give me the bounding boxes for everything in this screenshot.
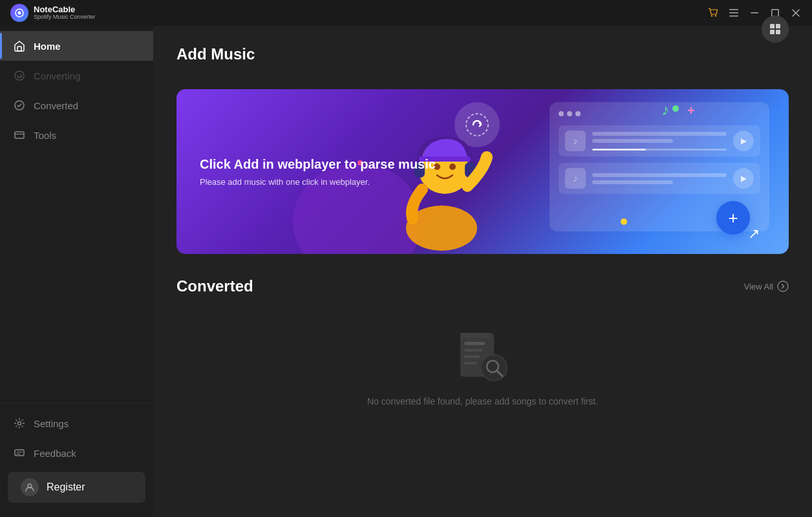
app-body: Home Converting [0,26,812,517]
titlebar: NoteCable Spotify Music Converter [0,0,812,26]
app-logo: NoteCable Spotify Music Converter [10,4,96,22]
svg-rect-35 [464,355,480,358]
progress-fill-1 [592,149,646,151]
svg-rect-33 [464,342,485,345]
sidebar-bottom: Settings Feedback Regi [0,403,153,512]
player-dots [559,111,760,116]
app-name-block: NoteCable Spotify Music Converter [34,5,96,21]
track-line-short-2 [592,180,673,184]
logo-icon [10,4,28,22]
svg-rect-5 [729,12,738,14]
main-content: Add Music ♪ + Click Add [153,26,812,517]
view-all-label: View All [744,282,773,291]
track-item-1: ♪ ▶ [559,125,760,156]
sidebar-converted-label: Converted [34,100,78,111]
sidebar-settings-label: Settings [34,418,69,429]
track-item-2: ♪ ▶ [559,163,760,194]
svg-rect-21 [770,30,775,34]
svg-point-3 [715,15,716,16]
empty-state: No converted file found, please add song… [176,308,789,419]
add-button[interactable]: + [716,201,750,235]
tools-icon [13,129,26,142]
close-button[interactable] [790,7,802,19]
banner-title: Click Add in webplayer to parse music [200,157,436,172]
banner-subtitle: Please add music with one click in webpl… [200,177,436,187]
view-all-button[interactable]: View All [744,280,789,292]
svg-point-1 [18,12,21,15]
empty-state-text: No converted file found, please add song… [367,396,598,406]
track-lines-1 [592,132,727,151]
track-line-short-1 [592,139,673,143]
nav-section: Home Converting [0,31,153,403]
cart-button[interactable] [707,7,719,19]
converted-section-header: Converted View All [176,277,789,295]
sidebar-item-converted[interactable]: Converted [0,90,153,120]
add-music-title: Add Music [176,45,255,63]
sidebar-home-label: Home [34,41,61,52]
sidebar-item-tools[interactable]: Tools [0,120,153,150]
sidebar-item-settings[interactable]: Settings [0,408,153,438]
minimize-button[interactable] [749,7,760,19]
svg-rect-19 [770,26,775,28]
play-button-1[interactable]: ▶ [733,131,754,151]
sidebar-item-converting: Converting [0,61,153,90]
svg-rect-20 [776,26,780,28]
svg-rect-11 [17,47,21,51]
player-tracks: ♪ ▶ ♪ [559,125,760,194]
svg-rect-7 [751,12,758,14]
cursor-icon: ↗ [748,226,760,242]
svg-rect-17 [15,450,24,456]
svg-rect-36 [464,362,477,364]
track-line-full-2 [592,173,727,177]
banner: ♪ + Click Add in webplayer to parse musi… [176,89,789,254]
sidebar: Home Converting [0,26,153,517]
sidebar-item-feedback[interactable]: Feedback [0,438,153,468]
converting-icon [13,69,26,82]
app-subtitle: Spotify Music Converter [34,14,96,21]
banner-content: Click Add in webplayer to parse music Pl… [176,136,459,207]
svg-rect-6 [729,16,738,17]
sidebar-feedback-label: Feedback [34,448,76,459]
track-lines-2 [592,173,727,184]
sidebar-tools-label: Tools [34,130,56,141]
converted-title: Converted [176,277,253,295]
svg-rect-14 [15,132,24,138]
window-controls [707,7,802,19]
home-icon [13,39,26,52]
track-thumb-2: ♪ [565,168,586,189]
svg-point-31 [778,281,788,291]
register-button[interactable]: Register [8,472,145,503]
svg-rect-34 [464,349,482,352]
svg-point-2 [711,15,712,16]
app-name: NoteCable [34,5,96,14]
sidebar-converting-label: Converting [34,70,81,81]
user-avatar [21,478,39,496]
menu-button[interactable] [728,7,740,19]
track-progress-1 [592,149,727,151]
track-line-full-1 [592,132,727,136]
play-button-2[interactable]: ▶ [733,168,754,189]
settings-icon [13,417,26,430]
converted-icon [13,99,26,112]
register-label: Register [47,481,85,493]
svg-point-16 [18,422,21,425]
svg-rect-4 [729,9,738,10]
track-thumb-1: ♪ [565,131,586,151]
import-button[interactable] [762,26,789,43]
sidebar-item-home[interactable]: Home [0,31,153,61]
feedback-icon [13,447,26,459]
svg-rect-22 [776,30,780,34]
empty-state-icon [454,328,512,386]
svg-point-12 [15,71,24,80]
